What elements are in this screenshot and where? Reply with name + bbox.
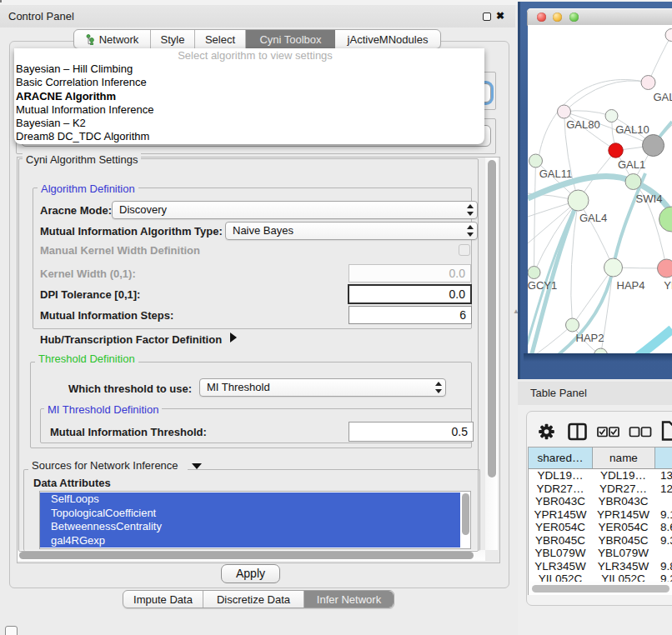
svg-text:GAL4: GAL4 (579, 212, 607, 224)
svg-text:HAP4: HAP4 (617, 279, 645, 292)
svg-text:SWI4: SWI4 (636, 192, 663, 205)
svg-text:GAL80: GAL80 (566, 118, 599, 131)
svg-text:GAL7: GAL7 (653, 91, 672, 103)
svg-text:GCY1: GCY1 (528, 279, 557, 292)
svg-text:GAL10: GAL10 (615, 123, 649, 136)
svg-text:GAL11: GAL11 (539, 168, 573, 180)
svg-text:GAL1: GAL1 (618, 158, 645, 171)
svg-text:YM: YM (664, 279, 672, 292)
svg-text:HAP2: HAP2 (576, 332, 604, 344)
